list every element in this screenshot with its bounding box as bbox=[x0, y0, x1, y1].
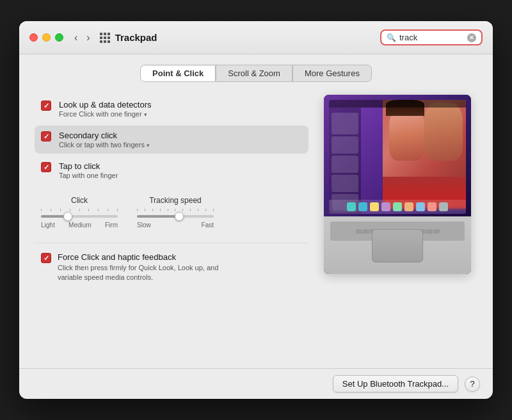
maximize-button[interactable] bbox=[55, 33, 63, 42]
search-clear-button[interactable]: ✕ bbox=[467, 33, 476, 42]
lookup-setting-text: Look up & data detectors Force Click wit… bbox=[59, 100, 152, 118]
tap-to-click-row: ✓ Tap to click Tap with one finger bbox=[35, 156, 308, 184]
sidebar-thumb-2 bbox=[332, 136, 358, 154]
force-click-check: ✓ bbox=[44, 255, 49, 262]
lookup-checkbox[interactable]: ✓ bbox=[41, 101, 52, 112]
force-click-checkbox[interactable]: ✓ bbox=[41, 253, 51, 263]
nav-buttons: ‹ › bbox=[71, 31, 93, 45]
click-slider-group: Click Light Medium bbox=[41, 196, 118, 229]
laptop-trackpad bbox=[372, 229, 423, 262]
screen-inner bbox=[329, 100, 466, 214]
secondary-click-text: Secondary click Click or tap with two fi… bbox=[59, 131, 150, 149]
force-click-text: Force Click and haptic feedback Click th… bbox=[58, 252, 237, 283]
tracking-speed-track[interactable] bbox=[137, 215, 214, 218]
search-box[interactable]: 🔍 ✕ bbox=[380, 29, 483, 45]
traffic-lights bbox=[29, 33, 63, 42]
secondary-click-title: Secondary click bbox=[59, 131, 150, 140]
lookup-subtitle: Force Click with one finger ▾ bbox=[59, 110, 152, 118]
click-slider-ticks bbox=[41, 209, 118, 211]
tap-to-click-subtitle: Tap with one finger bbox=[59, 172, 118, 179]
laptop-body bbox=[324, 216, 471, 274]
secondary-click-checkbox[interactable]: ✓ bbox=[41, 131, 52, 143]
sidebar-thumb-3 bbox=[332, 156, 358, 173]
force-click-row: ✓ Force Click and haptic feedback Click … bbox=[35, 243, 308, 288]
help-button[interactable]: ? bbox=[465, 376, 480, 392]
forward-button[interactable]: › bbox=[83, 31, 93, 45]
sidebar-thumb-1 bbox=[332, 113, 358, 134]
menubar-mini bbox=[329, 100, 466, 108]
secondary-click-dropdown-arrow[interactable]: ▾ bbox=[147, 142, 150, 149]
tabs-bar: Point & Click Scroll & Zoom More Gesture… bbox=[35, 65, 477, 82]
minimize-button[interactable] bbox=[42, 33, 51, 42]
close-button[interactable] bbox=[29, 33, 38, 42]
main-layout: ✓ Look up & data detectors Force Click w… bbox=[35, 95, 477, 358]
preview-panel bbox=[324, 95, 477, 358]
tab-point-click[interactable]: Point & Click bbox=[140, 65, 216, 82]
secondary-click-row: ✓ Secondary click Click or tap with two … bbox=[35, 125, 308, 154]
titlebar: ‹ › Trackpad 🔍 ✕ bbox=[19, 21, 493, 54]
tracking-speed-label: Tracking speed bbox=[137, 196, 214, 205]
window-title: Trackpad bbox=[115, 32, 380, 43]
click-slider-labels: Light Medium Firm bbox=[41, 222, 118, 229]
laptop-screen bbox=[324, 95, 471, 216]
tab-more-gestures[interactable]: More Gestures bbox=[292, 65, 372, 82]
laptop-preview bbox=[324, 95, 471, 274]
tracking-speed-labels: Slow Fast bbox=[137, 222, 214, 229]
search-input[interactable] bbox=[399, 33, 464, 42]
force-click-subtitle: Click then press firmly for Quick Look, … bbox=[58, 263, 237, 283]
search-icon: 🔍 bbox=[387, 33, 396, 42]
tap-to-click-text: Tap to click Tap with one finger bbox=[59, 161, 118, 179]
tab-scroll-zoom[interactable]: Scroll & Zoom bbox=[216, 65, 292, 82]
settings-panel: ✓ Look up & data detectors Force Click w… bbox=[35, 95, 308, 358]
sidebar-thumb-4 bbox=[332, 175, 358, 192]
tap-to-click-checkbox[interactable]: ✓ bbox=[41, 162, 52, 174]
force-click-title: Force Click and haptic feedback bbox=[58, 252, 237, 262]
sliders-section: Click Light Medium bbox=[35, 190, 308, 235]
lookup-title: Look up & data detectors bbox=[59, 100, 152, 109]
back-button[interactable]: ‹ bbox=[71, 31, 81, 45]
tracking-speed-ticks bbox=[137, 209, 214, 211]
lookup-dropdown-arrow[interactable]: ▾ bbox=[144, 111, 147, 118]
tracking-speed-slider-group: Tracking speed Slow bbox=[137, 196, 214, 229]
sidebar-mini bbox=[329, 108, 361, 214]
content-area: Point & Click Scroll & Zoom More Gesture… bbox=[19, 54, 493, 368]
dock-mini bbox=[329, 200, 466, 214]
tap-to-click-title: Tap to click bbox=[59, 161, 118, 171]
setup-bluetooth-button[interactable]: Set Up Bluetooth Trackpad... bbox=[333, 375, 458, 392]
click-slider-label: Click bbox=[41, 196, 118, 205]
bottom-bar: Set Up Bluetooth Trackpad... ? bbox=[19, 368, 493, 399]
photo-area bbox=[383, 100, 466, 209]
click-slider-track[interactable] bbox=[41, 215, 118, 218]
secondary-click-subtitle: Click or tap with two fingers ▾ bbox=[59, 141, 150, 149]
lookup-setting-row: ✓ Look up & data detectors Force Click w… bbox=[35, 95, 308, 123]
trackpad-window: ‹ › Trackpad 🔍 ✕ Point & Click Scroll & … bbox=[19, 21, 493, 399]
grid-icon[interactable] bbox=[100, 33, 110, 43]
